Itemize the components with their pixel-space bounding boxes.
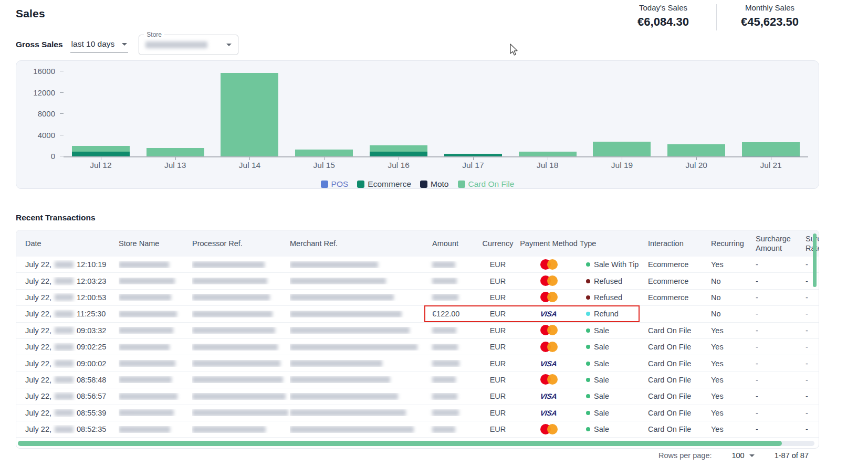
redacted-processor-ref — [192, 344, 278, 351]
legend-label: Moto — [431, 179, 448, 189]
bar-stack — [742, 142, 800, 156]
monthly-sales-stat: Monthly Sales €45,623.50 — [730, 3, 809, 29]
redacted-merchant-ref — [290, 409, 406, 416]
vertical-scrollbar-thumb[interactable] — [813, 234, 817, 287]
table-row[interactable]: July 22,12:03:23EURRefusedEcommerceNo-- — [16, 273, 819, 289]
transaction-date: July 22,09:02:25 — [25, 343, 119, 351]
redacted-store-name — [119, 376, 172, 383]
monthly-sales-label: Monthly Sales — [730, 3, 809, 12]
type-label: Sale — [594, 343, 609, 351]
redacted-year — [55, 311, 74, 317]
legend-item-pos[interactable]: POS — [321, 179, 349, 189]
column-header-recurring: Recurring — [711, 239, 756, 248]
store-select[interactable]: Store — [139, 35, 238, 55]
x-axis-label: Jul 21 — [760, 161, 781, 170]
redacted-amount — [432, 261, 455, 268]
store-select-label: Store — [144, 31, 164, 38]
transaction-date: July 22,12:03:23 — [25, 277, 119, 285]
period-select[interactable]: last 10 days — [70, 36, 129, 53]
bar-stack — [147, 148, 204, 156]
surcharge-amount: - — [756, 359, 806, 368]
table-row[interactable]: July 22,11:25:30€122.00EURVISARefundNo-- — [16, 306, 819, 322]
amount-value: €122.00 — [432, 310, 459, 318]
mastercard-icon — [540, 374, 558, 385]
stats-divider — [716, 4, 717, 30]
rows-per-page-select[interactable]: 100 — [731, 451, 754, 460]
date-prefix: July 22, — [25, 425, 51, 433]
redacted-processor-ref — [192, 426, 266, 433]
chart-controls: Gross Sales last 10 days Store — [16, 34, 238, 56]
redacted-amount — [432, 426, 455, 433]
y-axis-tickmark — [60, 113, 64, 114]
mastercard-icon — [540, 275, 558, 286]
chart-category-jul-20: Jul 20 — [659, 71, 734, 156]
x-axis-tickmark — [101, 157, 101, 160]
store-name — [119, 344, 192, 351]
horizontal-scrollbar-thumb[interactable] — [18, 441, 782, 446]
type-label: Refused — [594, 277, 622, 285]
store-name — [119, 376, 192, 383]
type-status-dot — [586, 411, 590, 415]
x-axis-label: Jul 12 — [90, 161, 111, 170]
redacted-processor-ref — [192, 311, 273, 317]
currency: EUR — [478, 277, 518, 285]
table-row[interactable]: July 22,09:00:02EURVISASaleCard On FileY… — [16, 355, 819, 372]
chart-category-jul-21: Jul 21 — [734, 71, 808, 156]
table-row[interactable]: July 22,09:03:32EURSaleCard On FileYes-- — [16, 323, 819, 339]
transaction-type: Refund — [580, 310, 648, 318]
transaction-type: Sale — [580, 409, 648, 417]
column-header-surcharge-amount: Surcharge Amount — [756, 234, 806, 253]
rows-per-page-label: Rows per page: — [658, 451, 712, 460]
amount — [425, 426, 478, 433]
redacted-year — [55, 426, 74, 433]
date-prefix: July 22, — [25, 343, 51, 351]
column-header-merchant-ref-: Merchant Ref. — [290, 239, 425, 248]
chart-plot-area: Jul 12Jul 13Jul 14Jul 15Jul 16Jul 17Jul … — [64, 71, 808, 156]
transaction-type: Refused — [580, 293, 648, 302]
x-axis-label: Jul 16 — [388, 161, 409, 170]
mastercard-icon — [540, 259, 558, 270]
table-row[interactable]: July 22,12:10:19EURSale With TipEcommerc… — [16, 257, 819, 273]
bar-segment-card-on-file — [221, 73, 278, 156]
recurring: No — [711, 310, 756, 318]
payment-method: VISA — [518, 409, 580, 417]
date-prefix: July 22, — [25, 392, 51, 400]
redacted-year — [55, 294, 74, 301]
bar-stack — [593, 142, 651, 156]
merchant-ref — [290, 278, 425, 284]
x-axis-tickmark — [771, 157, 771, 160]
interaction: Card On File — [648, 392, 711, 400]
table-row[interactable]: July 22,08:58:48EURSaleCard On FileYes-- — [16, 372, 819, 388]
store-select-value-redacted — [145, 41, 207, 48]
redacted-processor-ref — [192, 327, 275, 334]
redacted-merchant-ref — [290, 294, 394, 301]
legend-item-card-on-file[interactable]: Card On File — [458, 179, 515, 189]
table-row[interactable]: July 22,09:02:25EURSaleCard On FileYes-- — [16, 339, 819, 355]
transaction-date: July 22,12:10:19 — [25, 260, 119, 269]
mastercard-icon — [540, 424, 558, 435]
y-axis-tickmark — [60, 156, 64, 156]
surcharge-amount: - — [756, 293, 806, 302]
redacted-store-name — [119, 409, 174, 416]
date-prefix: July 22, — [25, 260, 51, 269]
transaction-type: Sale — [580, 376, 648, 384]
redacted-store-name — [119, 344, 170, 351]
x-axis-tickmark — [175, 157, 176, 160]
recurring: Yes — [711, 343, 756, 351]
surcharge-amount: - — [756, 425, 806, 433]
table-row[interactable]: July 22,08:55:39EURVISASaleCard On FileY… — [16, 405, 819, 421]
redacted-store-name — [119, 327, 173, 334]
legend-item-moto[interactable]: Moto — [420, 179, 448, 189]
merchant-ref — [290, 393, 425, 400]
surcharge-rate: - — [806, 409, 819, 417]
processor-ref — [192, 294, 290, 301]
legend-item-ecommerce[interactable]: Ecommerce — [357, 179, 411, 189]
transaction-type: Refused — [580, 277, 648, 285]
amount — [425, 376, 478, 383]
redacted-amount — [432, 278, 457, 284]
type-label: Sale — [594, 425, 609, 433]
table-row[interactable]: July 22,08:52:35EURSaleCard On FileYes-- — [16, 421, 819, 438]
table-row[interactable]: July 22,12:00:53EURRefusedEcommerceNo-- — [16, 290, 819, 306]
table-row[interactable]: July 22,08:56:57EURVISASaleCard On FileY… — [16, 388, 819, 405]
surcharge-amount: - — [756, 343, 806, 351]
